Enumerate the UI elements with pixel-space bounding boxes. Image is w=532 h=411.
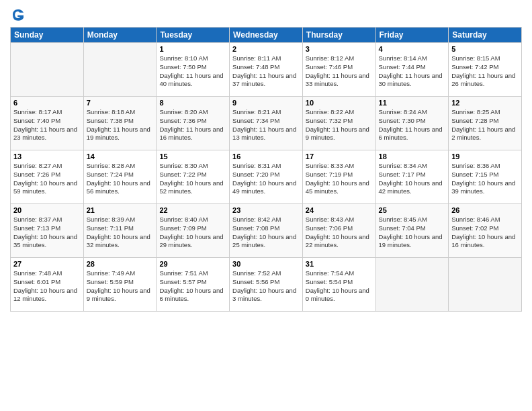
- day-info: Sunrise: 8:45 AMSunset: 7:04 PMDaylight:…: [379, 216, 446, 250]
- day-info: Sunrise: 8:15 AMSunset: 7:42 PMDaylight:…: [451, 54, 519, 89]
- day-number: 10: [306, 99, 373, 107]
- day-number: 27: [13, 260, 81, 268]
- day-header-wednesday: Wednesday: [230, 28, 303, 43]
- page-container: SundayMondayTuesdayWednesdayThursdayFrid…: [0, 0, 532, 315]
- calendar-cell: 8Sunrise: 8:20 AMSunset: 7:36 PMDaylight…: [157, 97, 230, 150]
- day-number: 9: [232, 99, 300, 107]
- calendar-cell: 18Sunrise: 8:34 AMSunset: 7:17 PMDayligh…: [375, 150, 449, 204]
- calendar-cell: 10Sunrise: 8:22 AMSunset: 7:32 PMDayligh…: [302, 97, 375, 150]
- day-number: 16: [232, 152, 300, 161]
- day-info: Sunrise: 8:21 AMSunset: 7:34 PMDaylight:…: [232, 108, 300, 142]
- day-info: Sunrise: 8:43 AMSunset: 7:06 PMDaylight:…: [306, 216, 373, 250]
- day-number: 31: [306, 260, 373, 268]
- day-number: 24: [306, 206, 373, 214]
- day-info: Sunrise: 8:46 AMSunset: 7:02 PMDaylight:…: [451, 216, 519, 250]
- day-number: 6: [13, 99, 81, 107]
- calendar-cell: 12Sunrise: 8:25 AMSunset: 7:28 PMDayligh…: [449, 97, 522, 150]
- day-number: 17: [306, 152, 373, 161]
- calendar-cell: 27Sunrise: 7:48 AMSunset: 6:01 PMDayligh…: [11, 258, 84, 312]
- day-info: Sunrise: 7:51 AMSunset: 5:57 PMDaylight:…: [159, 269, 226, 304]
- calendar-cell: 6Sunrise: 8:17 AMSunset: 7:40 PMDaylight…: [11, 97, 84, 150]
- calendar-cell: 11Sunrise: 8:24 AMSunset: 7:30 PMDayligh…: [375, 97, 449, 150]
- day-info: Sunrise: 8:10 AMSunset: 7:50 PMDaylight:…: [159, 54, 226, 89]
- week-row-3: 13Sunrise: 8:27 AMSunset: 7:26 PMDayligh…: [11, 150, 522, 204]
- header-row: SundayMondayTuesdayWednesdayThursdayFrid…: [11, 28, 522, 43]
- day-number: 15: [159, 152, 226, 161]
- calendar-cell: 29Sunrise: 7:51 AMSunset: 5:57 PMDayligh…: [157, 258, 230, 312]
- day-info: Sunrise: 7:49 AMSunset: 5:59 PMDaylight:…: [87, 269, 154, 304]
- day-info: Sunrise: 8:14 AMSunset: 7:44 PMDaylight:…: [379, 54, 446, 89]
- calendar-cell: 14Sunrise: 8:28 AMSunset: 7:24 PMDayligh…: [83, 150, 157, 204]
- day-header-thursday: Thursday: [302, 28, 375, 43]
- calendar-cell: 2Sunrise: 8:11 AMSunset: 7:48 PMDaylight…: [230, 43, 303, 97]
- day-info: Sunrise: 7:54 AMSunset: 5:54 PMDaylight:…: [306, 269, 373, 304]
- day-number: 20: [13, 206, 81, 214]
- calendar-cell: 30Sunrise: 7:52 AMSunset: 5:56 PMDayligh…: [230, 258, 303, 312]
- calendar-cell: 5Sunrise: 8:15 AMSunset: 7:42 PMDaylight…: [449, 43, 522, 97]
- day-number: 30: [232, 260, 300, 268]
- day-header-saturday: Saturday: [449, 28, 522, 43]
- day-info: Sunrise: 8:27 AMSunset: 7:26 PMDaylight:…: [13, 162, 81, 196]
- calendar-cell: [375, 258, 449, 312]
- day-number: 4: [379, 45, 446, 53]
- day-number: 26: [451, 206, 519, 214]
- week-row-4: 20Sunrise: 8:37 AMSunset: 7:13 PMDayligh…: [11, 204, 522, 258]
- calendar-cell: 24Sunrise: 8:43 AMSunset: 7:06 PMDayligh…: [302, 204, 375, 258]
- day-number: 14: [87, 152, 154, 161]
- calendar-cell: 1Sunrise: 8:10 AMSunset: 7:50 PMDaylight…: [157, 43, 230, 97]
- day-number: 18: [379, 152, 446, 161]
- day-number: 1: [159, 45, 226, 53]
- day-info: Sunrise: 8:33 AMSunset: 7:19 PMDaylight:…: [306, 162, 373, 196]
- day-info: Sunrise: 8:20 AMSunset: 7:36 PMDaylight:…: [159, 108, 226, 142]
- day-header-friday: Friday: [375, 28, 449, 43]
- day-info: Sunrise: 8:25 AMSunset: 7:28 PMDaylight:…: [451, 108, 519, 142]
- day-number: 3: [306, 45, 373, 53]
- day-info: Sunrise: 8:39 AMSunset: 7:11 PMDaylight:…: [87, 216, 154, 250]
- day-info: Sunrise: 8:40 AMSunset: 7:09 PMDaylight:…: [159, 216, 226, 250]
- day-info: Sunrise: 8:30 AMSunset: 7:22 PMDaylight:…: [159, 162, 226, 196]
- calendar-cell: 21Sunrise: 8:39 AMSunset: 7:11 PMDayligh…: [83, 204, 157, 258]
- day-info: Sunrise: 8:11 AMSunset: 7:48 PMDaylight:…: [232, 54, 300, 89]
- day-info: Sunrise: 8:34 AMSunset: 7:17 PMDaylight:…: [379, 162, 446, 196]
- day-number: 12: [451, 99, 519, 107]
- day-number: 29: [159, 260, 226, 268]
- calendar-cell: 17Sunrise: 8:33 AMSunset: 7:19 PMDayligh…: [302, 150, 375, 204]
- calendar-cell: 4Sunrise: 8:14 AMSunset: 7:44 PMDaylight…: [375, 43, 449, 97]
- day-info: Sunrise: 8:18 AMSunset: 7:38 PMDaylight:…: [87, 108, 154, 142]
- logo: [10, 7, 29, 23]
- day-number: 13: [13, 152, 81, 161]
- day-info: Sunrise: 8:17 AMSunset: 7:40 PMDaylight:…: [13, 108, 81, 142]
- day-number: 19: [451, 152, 519, 161]
- calendar-cell: [83, 43, 157, 97]
- day-info: Sunrise: 8:22 AMSunset: 7:32 PMDaylight:…: [306, 108, 373, 142]
- calendar-cell: 23Sunrise: 8:42 AMSunset: 7:08 PMDayligh…: [230, 204, 303, 258]
- calendar-cell: 28Sunrise: 7:49 AMSunset: 5:59 PMDayligh…: [83, 258, 157, 312]
- logo-icon: [10, 7, 26, 23]
- calendar-cell: [449, 258, 522, 312]
- day-info: Sunrise: 8:28 AMSunset: 7:24 PMDaylight:…: [87, 162, 154, 196]
- calendar-cell: 3Sunrise: 8:12 AMSunset: 7:46 PMDaylight…: [302, 43, 375, 97]
- calendar-cell: 25Sunrise: 8:45 AMSunset: 7:04 PMDayligh…: [375, 204, 449, 258]
- day-number: 8: [159, 99, 226, 107]
- calendar-cell: 15Sunrise: 8:30 AMSunset: 7:22 PMDayligh…: [157, 150, 230, 204]
- calendar-cell: 16Sunrise: 8:31 AMSunset: 7:20 PMDayligh…: [230, 150, 303, 204]
- header: [10, 7, 522, 23]
- day-number: 11: [379, 99, 446, 107]
- day-info: Sunrise: 8:36 AMSunset: 7:15 PMDaylight:…: [451, 162, 519, 196]
- calendar-cell: 20Sunrise: 8:37 AMSunset: 7:13 PMDayligh…: [11, 204, 84, 258]
- calendar-table: SundayMondayTuesdayWednesdayThursdayFrid…: [10, 27, 522, 312]
- day-number: 7: [87, 99, 154, 107]
- week-row-5: 27Sunrise: 7:48 AMSunset: 6:01 PMDayligh…: [11, 258, 522, 312]
- day-header-sunday: Sunday: [11, 28, 84, 43]
- calendar-cell: 31Sunrise: 7:54 AMSunset: 5:54 PMDayligh…: [302, 258, 375, 312]
- day-number: 5: [451, 45, 519, 53]
- day-info: Sunrise: 7:52 AMSunset: 5:56 PMDaylight:…: [232, 269, 300, 304]
- day-info: Sunrise: 8:12 AMSunset: 7:46 PMDaylight:…: [306, 54, 373, 89]
- calendar-cell: 13Sunrise: 8:27 AMSunset: 7:26 PMDayligh…: [11, 150, 84, 204]
- calendar-cell: 26Sunrise: 8:46 AMSunset: 7:02 PMDayligh…: [449, 204, 522, 258]
- day-info: Sunrise: 7:48 AMSunset: 6:01 PMDaylight:…: [13, 269, 81, 304]
- day-header-tuesday: Tuesday: [157, 28, 230, 43]
- day-info: Sunrise: 8:37 AMSunset: 7:13 PMDaylight:…: [13, 216, 81, 250]
- week-row-2: 6Sunrise: 8:17 AMSunset: 7:40 PMDaylight…: [11, 97, 522, 150]
- calendar-cell: [11, 43, 84, 97]
